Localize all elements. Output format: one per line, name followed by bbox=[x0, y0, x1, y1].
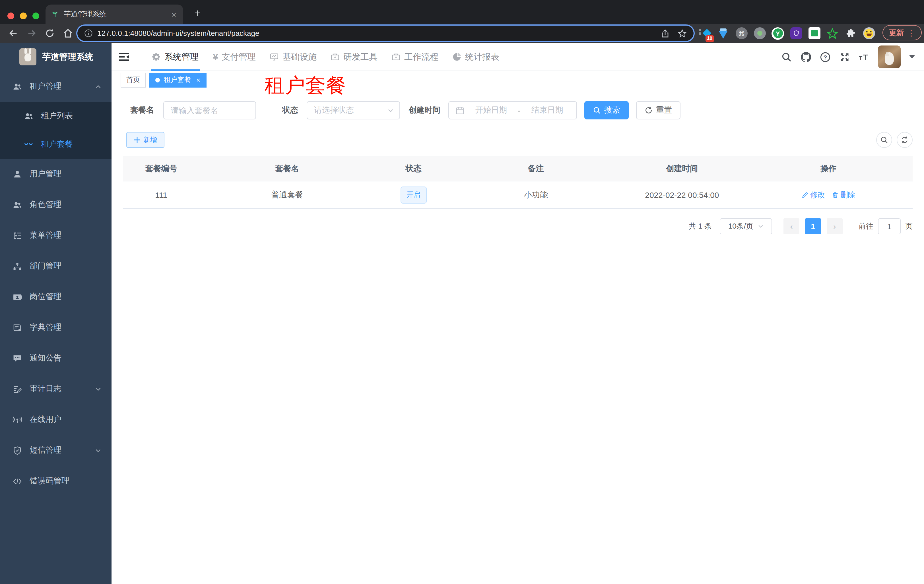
user-avatar[interactable] bbox=[878, 46, 901, 68]
topnav-item-label: 统计报表 bbox=[465, 51, 499, 62]
avatar-caret-icon[interactable] bbox=[909, 55, 915, 61]
window-minimize-button[interactable] bbox=[20, 13, 27, 19]
forward-icon[interactable] bbox=[26, 28, 37, 39]
yen-icon: ¥ bbox=[213, 52, 218, 61]
sidebar-collapse-icon[interactable] bbox=[118, 51, 130, 63]
tag-close-icon[interactable]: × bbox=[196, 76, 200, 84]
sidebar-item-audit-log[interactable]: 审计日志 bbox=[0, 373, 112, 404]
next-page-button[interactable]: › bbox=[827, 218, 843, 234]
refresh-table-button[interactable] bbox=[897, 132, 912, 148]
topnav-item-label: 支付管理 bbox=[222, 51, 256, 62]
logo-rabbit-avatar bbox=[19, 48, 36, 66]
sidebar-item-menu-management[interactable]: 菜单管理 bbox=[0, 220, 112, 251]
delete-link[interactable]: 删除 bbox=[832, 190, 855, 200]
column-header[interactable]: 操作 bbox=[744, 163, 912, 174]
sidebar-item-dict-management[interactable]: 字典管理 bbox=[0, 312, 112, 343]
tab-close-icon[interactable]: × bbox=[170, 10, 178, 18]
site-info-icon[interactable] bbox=[84, 29, 93, 38]
topnav-item-infrastructure[interactable]: 基础设施 bbox=[269, 43, 318, 71]
search-button[interactable]: 搜索 bbox=[584, 101, 629, 119]
reset-button[interactable]: 重置 bbox=[636, 101, 680, 119]
tag-tenant-package[interactable]: 租户套餐 × bbox=[149, 72, 206, 87]
bookmark-star-icon[interactable] bbox=[678, 29, 687, 38]
extension-command-icon[interactable]: ⌘ bbox=[735, 27, 747, 39]
cell-created-time: 2022-02-22 00:54:00 bbox=[620, 190, 744, 199]
topnav-item-payment[interactable]: ¥ 支付管理 bbox=[212, 43, 257, 71]
page-title-overlay: 租户套餐 bbox=[264, 72, 346, 99]
extension-star-icon[interactable] bbox=[826, 27, 839, 39]
sidebar-logo[interactable]: 芋道管理系统 bbox=[0, 43, 112, 71]
sidebar-item-label: 短信管理 bbox=[30, 445, 95, 456]
topnav-item-dev-tools[interactable]: 研发工具 bbox=[330, 43, 379, 71]
sidebar-item-user-management[interactable]: 用户管理 bbox=[0, 159, 112, 189]
topnav-item-system[interactable]: 系统管理 bbox=[151, 43, 200, 71]
favicon-sprout-icon bbox=[51, 10, 59, 18]
extension-gem-icon[interactable] bbox=[717, 27, 729, 39]
package-name-input[interactable] bbox=[164, 102, 256, 119]
sidebar-item-role-management[interactable]: 角色管理 bbox=[0, 189, 112, 220]
status-select[interactable]: 请选择状态 bbox=[307, 101, 400, 119]
sidebar-item-department-management[interactable]: 部门管理 bbox=[0, 251, 112, 281]
extension-tag-manager-icon[interactable]: 10 bbox=[699, 27, 711, 39]
share-icon[interactable] bbox=[660, 29, 670, 38]
header-actions: ? T T bbox=[781, 43, 915, 71]
chevron-down-icon bbox=[388, 107, 394, 114]
message-icon bbox=[13, 354, 22, 363]
date-range-picker[interactable]: 开始日期 - 结束日期 bbox=[448, 101, 577, 119]
sidebar-item-post-management[interactable]: 岗位管理 bbox=[0, 281, 112, 312]
edit-link[interactable]: 修改 bbox=[802, 190, 825, 200]
window-close-button[interactable] bbox=[7, 13, 14, 19]
extensions-puzzle-icon[interactable] bbox=[844, 27, 857, 39]
extension-recorder-icon[interactable] bbox=[753, 27, 766, 39]
browser-tab[interactable]: 芋道管理系统 × bbox=[46, 5, 183, 24]
peoples-icon bbox=[24, 111, 33, 121]
add-button[interactable]: 新增 bbox=[126, 132, 165, 148]
back-icon[interactable] bbox=[8, 28, 19, 39]
new-tab-button[interactable]: + bbox=[191, 8, 204, 18]
extension-y-icon[interactable]: Y bbox=[772, 27, 784, 39]
column-header[interactable]: 备注 bbox=[452, 163, 620, 174]
sidebar-item-error-code[interactable]: 错误码管理 bbox=[0, 466, 112, 497]
page-size-select[interactable]: 10条/页 bbox=[720, 218, 772, 234]
sidebar-item-sms-management[interactable]: 短信管理 bbox=[0, 435, 112, 466]
column-header[interactable]: 创建时间 bbox=[620, 163, 744, 174]
sidebar-item-label: 角色管理 bbox=[30, 200, 101, 210]
fullscreen-icon[interactable] bbox=[839, 51, 850, 62]
extension-emoji-icon[interactable] bbox=[863, 27, 875, 39]
font-size-icon[interactable]: T T bbox=[858, 51, 870, 62]
sidebar-item-online-users[interactable]: 在线用户 bbox=[0, 404, 112, 435]
log-edit-icon bbox=[13, 384, 22, 394]
help-icon[interactable]: ? bbox=[820, 51, 831, 62]
sidebar-item-notice[interactable]: 通知公告 bbox=[0, 343, 112, 373]
pie-chart-icon bbox=[453, 52, 462, 61]
browser-tab-strip: 芋道管理系统 × + bbox=[0, 0, 924, 24]
sidebar-item-tenant-management[interactable]: 租户管理 bbox=[0, 71, 112, 102]
topnav-item-label: 研发工具 bbox=[343, 51, 378, 62]
column-header[interactable]: 套餐编号 bbox=[123, 163, 200, 174]
topnav-item-workflow[interactable]: 工作流程 bbox=[391, 43, 439, 71]
extension-shield-icon[interactable] bbox=[790, 27, 802, 39]
extension-chat-icon[interactable] bbox=[808, 27, 820, 39]
url-text[interactable]: 127.0.0.1:48080/admin-ui/system/tenant/p… bbox=[97, 29, 653, 38]
reset-button-label: 重置 bbox=[656, 105, 672, 115]
address-bar[interactable]: 127.0.0.1:48080/admin-ui/system/tenant/p… bbox=[78, 26, 693, 41]
home-icon[interactable] bbox=[63, 28, 73, 39]
reload-icon[interactable] bbox=[45, 28, 55, 39]
goto-page-input[interactable] bbox=[878, 218, 901, 234]
page-number-1[interactable]: 1 bbox=[805, 218, 821, 234]
sidebar-item-tenant-list[interactable]: 租户列表 bbox=[0, 102, 112, 130]
window-zoom-button[interactable] bbox=[33, 13, 39, 19]
search-icon[interactable] bbox=[781, 51, 792, 62]
column-header[interactable]: 状态 bbox=[375, 163, 452, 174]
sidebar-item-tenant-package[interactable]: 租户套餐 bbox=[0, 130, 112, 159]
browser-update-menu[interactable]: 更新 ⋮ bbox=[883, 25, 922, 40]
show-search-button[interactable] bbox=[876, 132, 892, 148]
prev-page-button[interactable]: ‹ bbox=[784, 218, 799, 234]
search-icon bbox=[880, 136, 888, 144]
table-row[interactable]: 111 普通套餐 开启 小功能 2022-02-22 00:54:00 修改 bbox=[123, 181, 912, 209]
github-icon[interactable] bbox=[800, 51, 811, 62]
table-header-row: 套餐编号 套餐名 状态 备注 创建时间 操作 bbox=[123, 156, 912, 181]
topnav-item-reports[interactable]: 统计报表 bbox=[452, 43, 500, 71]
column-header[interactable]: 套餐名 bbox=[200, 163, 375, 174]
tag-home[interactable]: 首页 bbox=[120, 72, 146, 87]
